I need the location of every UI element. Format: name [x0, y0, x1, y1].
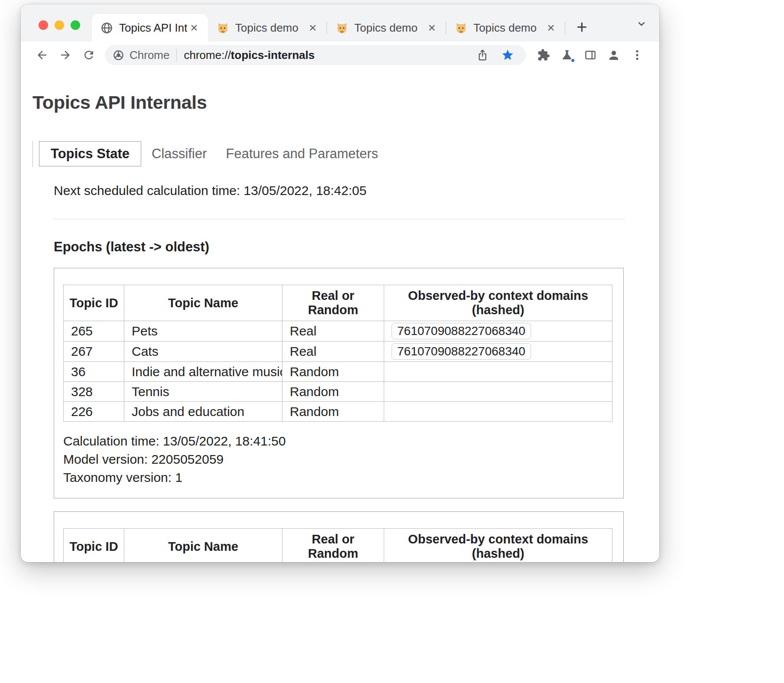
back-button[interactable]	[30, 44, 54, 66]
page-title: Topics API Internals	[32, 92, 659, 113]
page-tab-bar: Topics State Classifier Features and Par…	[32, 141, 659, 167]
browser-tab-topics-demo-3[interactable]: Topics demo ×	[446, 14, 565, 42]
url-host: topics-internals	[231, 49, 315, 62]
cat-favicon-icon	[217, 22, 229, 34]
domains-cell	[384, 382, 612, 402]
address-bar[interactable]: Chrome chrome://topics-internals	[105, 45, 526, 65]
col-observed-domains: Observed-by context domains (hashed)	[384, 285, 612, 321]
table-row: 36 Indie and alternative music Random	[64, 362, 612, 382]
chrome-labs-flask-icon[interactable]	[555, 44, 579, 66]
reload-button[interactable]	[77, 44, 100, 66]
topic-name-cell: Jobs and education	[124, 402, 282, 422]
model-version: Model version: 2205052059	[63, 450, 615, 468]
side-panel-icon[interactable]	[579, 44, 602, 66]
domains-cell: 7610709088227068340	[384, 321, 612, 342]
minimize-window-button[interactable]	[55, 20, 64, 30]
real-or-random-cell: Random	[282, 402, 384, 422]
table-row: 328 Tennis Random	[64, 382, 612, 402]
menu-kebab-icon[interactable]	[625, 44, 649, 66]
url-scheme: chrome://	[184, 49, 230, 62]
col-topic-name: Topic Name	[124, 285, 282, 321]
tab-classifier[interactable]: Classifier	[152, 146, 207, 162]
globe-favicon-icon	[100, 22, 113, 34]
page-content: Topics API Internals Topics State Classi…	[21, 92, 659, 562]
domains-cell: 7610709088227068340	[384, 342, 612, 362]
epoch-card-latest: Topic ID Topic Name Real or Random Obser…	[54, 268, 624, 498]
tab-topics-state[interactable]: Topics State	[39, 141, 141, 166]
table-row: 226 Jobs and education Random	[64, 402, 612, 422]
topic-name-cell: Indie and alternative music	[124, 362, 282, 382]
hashed-domain-chip[interactable]: 7610709088227068340	[392, 343, 531, 360]
url-text: chrome://topics-internals	[184, 49, 314, 62]
browser-tab-topics-demo-2[interactable]: Topics demo ×	[327, 14, 446, 42]
epoch-card-older: Topic ID Topic Name Real or Random Obser…	[54, 511, 624, 562]
topic-name-cell: Cats	[124, 342, 282, 362]
tab-divider	[565, 21, 565, 34]
taxonomy-version: Taxonomy version: 1	[63, 468, 615, 487]
zoom-window-button[interactable]	[71, 20, 80, 30]
tab-title: Topics demo	[354, 21, 425, 35]
cat-favicon-icon	[455, 22, 467, 34]
table-header-row: Topic ID Topic Name Real or Random Obser…	[64, 285, 612, 321]
extensions-puzzle-icon[interactable]	[532, 44, 555, 66]
col-observed-domains: Observed-by context domains (hashed)	[384, 529, 612, 563]
browser-tab-topics-demo-1[interactable]: Topics demo ×	[208, 14, 327, 42]
close-window-button[interactable]	[39, 20, 48, 30]
cat-favicon-icon	[336, 22, 348, 34]
tab-close-icon[interactable]: ×	[306, 21, 320, 35]
tab-close-icon[interactable]: ×	[425, 21, 439, 35]
col-topic-id: Topic ID	[64, 529, 124, 563]
browser-tab-topics-internals[interactable]: Topics API Intern ×	[92, 14, 208, 42]
browser-toolbar: Chrome chrome://topics-internals	[21, 42, 659, 68]
divider	[54, 219, 625, 219]
real-or-random-cell: Random	[282, 362, 384, 382]
domains-cell	[384, 402, 612, 422]
bookmark-star-icon[interactable]	[498, 44, 517, 66]
real-or-random-cell: Real	[282, 321, 384, 342]
topic-id-cell: 226	[64, 402, 124, 422]
topic-id-cell: 36	[64, 362, 124, 382]
col-real-or-random: Real or Random	[282, 285, 384, 321]
table-row: 267 Cats Real 7610709088227068340	[64, 342, 612, 362]
topic-name-cell: Tennis	[124, 382, 282, 402]
tab-features-and-parameters[interactable]: Features and Parameters	[226, 146, 379, 162]
real-or-random-cell: Real	[282, 342, 384, 362]
epoch-table: Topic ID Topic Name Real or Random Obser…	[63, 285, 612, 422]
tab-title: Topics demo	[235, 21, 306, 35]
table-header-row: Topic ID Topic Name Real or Random Obser…	[64, 529, 612, 563]
labs-notification-dot	[570, 58, 575, 63]
hashed-domain-chip[interactable]: 7610709088227068340	[392, 323, 531, 339]
calculation-time: Calculation time: 13/05/2022, 18:41:50	[63, 432, 615, 450]
col-real-or-random: Real or Random	[282, 529, 384, 563]
tab-title: Topics API Intern	[119, 21, 187, 35]
col-topic-id: Topic ID	[64, 285, 124, 321]
tab-close-icon[interactable]: ×	[187, 21, 201, 35]
col-topic-name: Topic Name	[124, 529, 282, 563]
next-calculation-time: Next scheduled calculation time: 13/05/2…	[54, 183, 625, 198]
window-controls	[39, 20, 80, 30]
tab-strip: Topics API Intern × Topics demo × Topics…	[21, 4, 659, 42]
epochs-heading: Epochs (latest -> oldest)	[54, 239, 625, 255]
real-or-random-cell: Random	[282, 382, 384, 402]
topic-id-cell: 328	[64, 382, 124, 402]
topic-id-cell: 265	[64, 321, 124, 342]
tab-search-chevron-icon[interactable]	[636, 18, 647, 29]
tab-title: Topics demo	[473, 21, 544, 35]
forward-button[interactable]	[54, 44, 77, 66]
profile-avatar-icon[interactable]	[602, 44, 625, 66]
topic-name-cell: Pets	[124, 321, 282, 342]
table-row: 265 Pets Real 7610709088227068340	[64, 321, 612, 342]
share-button[interactable]	[473, 44, 492, 66]
topic-id-cell: 267	[64, 342, 124, 362]
browser-window: Topics API Intern × Topics demo × Topics…	[21, 4, 659, 562]
url-app-name: Chrome	[130, 49, 169, 62]
browser-tabs: Topics API Intern × Topics demo × Topics…	[92, 4, 587, 42]
epoch-table: Topic ID Topic Name Real or Random Obser…	[63, 528, 612, 562]
topics-state-panel: Next scheduled calculation time: 13/05/2…	[54, 183, 625, 562]
url-separator	[176, 49, 177, 61]
new-tab-button[interactable]: +	[577, 18, 587, 36]
domains-cell	[384, 362, 612, 382]
chrome-logo-icon	[113, 49, 124, 61]
epoch-meta: Calculation time: 13/05/2022, 18:41:50 M…	[63, 432, 615, 487]
tab-close-icon[interactable]: ×	[544, 21, 558, 35]
